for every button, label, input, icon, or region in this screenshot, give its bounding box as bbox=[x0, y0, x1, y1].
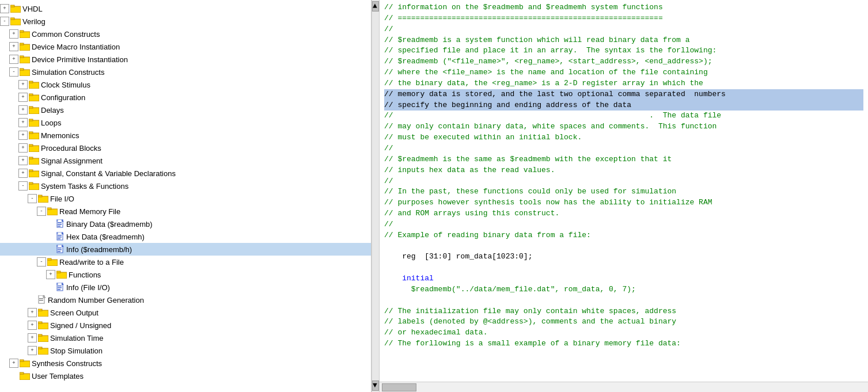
toggle-screen-output[interactable]: + bbox=[28, 308, 37, 317]
toggle-simulation-time[interactable]: + bbox=[28, 333, 37, 342]
tree-item-signed-unsigned[interactable]: + Signed / Unsigned bbox=[0, 319, 371, 332]
file-blue-icon bbox=[56, 232, 65, 241]
toggle-simulation-constructs[interactable]: - bbox=[9, 67, 18, 77]
tree-item-configuration[interactable]: + Configuration bbox=[0, 91, 371, 104]
svg-rect-1 bbox=[10, 5, 14, 7]
tree-label-functions: Functions bbox=[69, 271, 101, 279]
toggle-loops[interactable]: + bbox=[18, 118, 28, 127]
toggle-signed-unsigned[interactable]: + bbox=[28, 321, 37, 330]
code-line-25: initial bbox=[384, 273, 863, 284]
tree-item-random-number[interactable]: Random Number Generation bbox=[0, 294, 371, 306]
svg-rect-67 bbox=[38, 309, 42, 311]
toggle-signal-assignment[interactable]: + bbox=[18, 156, 28, 165]
svg-rect-17 bbox=[29, 106, 33, 108]
toggle-verilog[interactable]: - bbox=[0, 17, 9, 26]
toggle-common-constructs[interactable]: + bbox=[9, 29, 18, 39]
tree-label-mnemonics: Mnemonics bbox=[41, 131, 79, 140]
tree-item-loops[interactable]: + Loops bbox=[0, 116, 371, 129]
tree-item-vhdl[interactable]: + VHDL bbox=[0, 2, 371, 15]
folder-icon bbox=[29, 169, 39, 177]
tree-item-simulation-constructs[interactable]: - Simulation Constructs bbox=[0, 66, 371, 78]
tree-label-stop-simulation: Stop Simulation bbox=[50, 347, 103, 355]
folder-icon bbox=[38, 309, 48, 317]
code-line-2: // bbox=[384, 24, 863, 35]
tree-item-common-constructs[interactable]: + Common Constructs bbox=[0, 28, 371, 40]
tree-scroll[interactable]: + VHDL- Verilog+ Common Constructs+ Devi… bbox=[0, 0, 371, 392]
code-line-21: // Example of reading binary data from a… bbox=[384, 230, 863, 241]
tree-item-read-memory[interactable]: - Read Memory File bbox=[0, 205, 371, 218]
scroll-up-arrow[interactable]: ▲ bbox=[372, 1, 379, 12]
code-area[interactable]: // information on the $readmemb and $rea… bbox=[380, 0, 868, 382]
tree-item-procedural-blocks[interactable]: + Procedural Blocks bbox=[0, 142, 371, 154]
tree-item-clock-stimulus[interactable]: + Clock Stimulus bbox=[0, 78, 371, 91]
toggle-procedural-blocks[interactable]: + bbox=[18, 143, 28, 153]
code-line-26: $readmemb("../data/mem_file.dat", rom_da… bbox=[384, 284, 863, 295]
toggle-device-macro[interactable]: + bbox=[9, 42, 18, 51]
toggle-synthesis-constructs[interactable]: + bbox=[9, 359, 18, 368]
tree-item-signal-const[interactable]: + Signal, Constant & Variable Declaratio… bbox=[0, 167, 371, 180]
tree-item-system-tasks[interactable]: - System Tasks & Functions bbox=[0, 180, 371, 192]
tree-item-synthesis-constructs[interactable]: + Synthesis Constructs bbox=[0, 357, 371, 370]
folder-icon bbox=[29, 144, 39, 152]
code-line-12: // must be executed within an initial bl… bbox=[384, 132, 863, 143]
svg-rect-59 bbox=[58, 287, 62, 288]
toggle-configuration[interactable]: + bbox=[18, 93, 28, 102]
toggle-system-tasks[interactable]: - bbox=[18, 181, 28, 191]
folder-icon bbox=[20, 55, 30, 63]
code-line-15: // inputs hex data as the read values. bbox=[384, 165, 863, 176]
tree-item-functions[interactable]: + Functions bbox=[0, 268, 371, 281]
toggle-delays[interactable]: + bbox=[18, 105, 28, 115]
code-line-23: reg [31:0] rom_data[1023:0]; bbox=[384, 252, 863, 262]
tree-item-stop-simulation[interactable]: + Stop Simulation bbox=[0, 344, 371, 357]
folder-icon bbox=[20, 372, 30, 380]
tree-label-user-templates: User Templates bbox=[32, 372, 84, 380]
scroll-down-arrow[interactable]: ▼ bbox=[372, 380, 379, 391]
file-blue-icon bbox=[56, 219, 65, 229]
svg-rect-66 bbox=[38, 310, 48, 317]
tree-item-device-macro[interactable]: + Device Macro Instantiation bbox=[0, 40, 371, 53]
toggle-vhdl[interactable]: + bbox=[0, 4, 9, 13]
tree-item-signal-assignment[interactable]: + Signal Assignment bbox=[0, 154, 371, 167]
toggle-stop-simulation[interactable]: + bbox=[28, 346, 37, 355]
tree-item-binary-data[interactable]: Binary Data ($readmemb) bbox=[0, 218, 371, 230]
toggle-signal-const[interactable]: + bbox=[18, 169, 28, 178]
toggle-device-primitive[interactable]: + bbox=[9, 55, 18, 64]
folder-icon bbox=[38, 347, 48, 355]
toggle-file-io[interactable]: - bbox=[28, 194, 37, 203]
svg-rect-50 bbox=[58, 251, 60, 252]
svg-rect-60 bbox=[58, 289, 60, 290]
tree-item-hex-data[interactable]: Hex Data ($readmemh) bbox=[0, 230, 371, 243]
tree-label-system-tasks: System Tasks & Functions bbox=[41, 182, 128, 191]
tree-item-verilog[interactable]: - Verilog bbox=[0, 15, 371, 28]
tree-item-read-write[interactable]: - Read/write to a File bbox=[0, 256, 371, 268]
tree-item-mnemonics[interactable]: + Mnemonics bbox=[0, 129, 371, 142]
right-panel: // information on the $readmemb and $rea… bbox=[380, 0, 868, 392]
tree-label-read-memory: Read Memory File bbox=[59, 207, 120, 216]
tree-item-screen-output[interactable]: + Screen Output bbox=[0, 306, 371, 319]
vertical-scrollbar[interactable]: ▲ ▼ bbox=[372, 0, 380, 392]
svg-rect-18 bbox=[29, 120, 39, 127]
tree-item-user-templates[interactable]: User Templates bbox=[0, 370, 371, 382]
tree-label-synthesis-constructs: Synthesis Constructs bbox=[32, 359, 102, 368]
tree-label-device-primitive: Device Primitive Instantiation bbox=[32, 55, 128, 64]
toggle-read-write[interactable]: - bbox=[37, 257, 46, 267]
code-line-4: // specified file and place it in an arr… bbox=[384, 45, 863, 56]
tree-item-delays[interactable]: + Delays bbox=[0, 104, 371, 116]
tree-label-screen-output: Screen Output bbox=[50, 309, 98, 317]
keyword-span: initial bbox=[384, 274, 434, 283]
code-line-13: // bbox=[384, 143, 863, 154]
toggle-functions[interactable]: + bbox=[46, 270, 55, 279]
svg-rect-15 bbox=[29, 94, 33, 96]
svg-rect-8 bbox=[20, 57, 30, 63]
scroll-thumb-horizontal[interactable] bbox=[382, 383, 416, 391]
tree-item-info-fileio[interactable]: Info (File I/O) bbox=[0, 281, 371, 294]
tree-item-file-io[interactable]: - File I/O bbox=[0, 192, 371, 205]
tree-item-device-primitive[interactable]: + Device Primitive Instantiation bbox=[0, 53, 371, 66]
tree-item-info-readmem[interactable]: Info ($readmemb/h) bbox=[0, 243, 371, 256]
toggle-clock-stimulus[interactable]: + bbox=[18, 80, 28, 89]
toggle-mnemonics[interactable]: + bbox=[18, 131, 28, 140]
horizontal-scrollbar[interactable] bbox=[380, 382, 868, 392]
tree-item-simulation-time[interactable]: + Simulation Time bbox=[0, 332, 371, 344]
svg-rect-58 bbox=[58, 286, 62, 287]
toggle-read-memory[interactable]: - bbox=[37, 207, 46, 216]
